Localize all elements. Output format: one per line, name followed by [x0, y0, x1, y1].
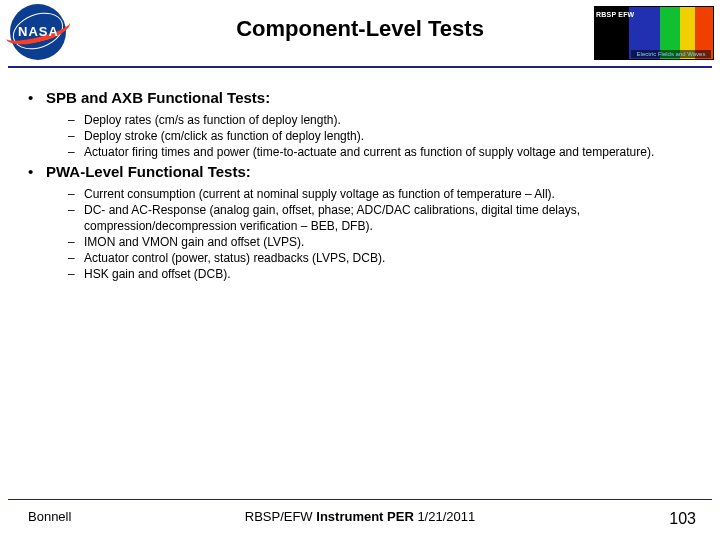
- list-item: –Current consumption (current at nominal…: [68, 186, 700, 202]
- header-rule: [8, 66, 712, 68]
- list-item-text: Actuator firing times and power (time-to…: [84, 144, 700, 160]
- footer-center-suffix: 1/21/2011: [414, 509, 475, 524]
- list-item-text: Deploy stroke (cm/click as function of d…: [84, 128, 700, 144]
- nasa-meatball-icon: NASA: [6, 4, 72, 60]
- footer-center-bold: Instrument PER: [316, 509, 414, 524]
- mission-caption: Electric Fields and Waves: [631, 50, 711, 58]
- dash-icon: –: [68, 266, 84, 282]
- list-item-text: IMON and VMON gain and offset (LVPS).: [84, 234, 700, 250]
- section-heading: • PWA-Level Functional Tests:: [28, 162, 700, 182]
- dash-icon: –: [68, 112, 84, 128]
- footer-center-prefix: RBSP/EFW: [245, 509, 317, 524]
- section-heading-text: SPB and AXB Functional Tests:: [46, 88, 700, 108]
- footer-rule: [8, 499, 712, 500]
- nasa-logo: NASA: [6, 4, 76, 60]
- dash-icon: –: [68, 144, 84, 160]
- list-item: –Actuator firing times and power (time-t…: [68, 144, 700, 160]
- mission-logo: RBSP EFW Electric Fields and Waves: [594, 6, 714, 60]
- list-item: –DC- and AC-Response (analog gain, offse…: [68, 202, 700, 234]
- list-item: –Actuator control (power, status) readba…: [68, 250, 700, 266]
- dash-icon: –: [68, 128, 84, 144]
- footer-center: RBSP/EFW Instrument PER 1/21/2011: [0, 509, 720, 524]
- dash-icon: –: [68, 202, 84, 234]
- list-item: –HSK gain and offset (DCB).: [68, 266, 700, 282]
- bullet-dot-icon: •: [28, 162, 46, 182]
- slide: NASA Component-Level Tests RBSP EFW Elec…: [0, 0, 720, 540]
- section-items: –Current consumption (current at nominal…: [68, 186, 700, 282]
- section-heading-text: PWA-Level Functional Tests:: [46, 162, 700, 182]
- body: • SPB and AXB Functional Tests: –Deploy …: [28, 88, 700, 284]
- dash-icon: –: [68, 186, 84, 202]
- list-item-text: Current consumption (current at nominal …: [84, 186, 700, 202]
- section-items: –Deploy rates (cm/s as function of deplo…: [68, 112, 700, 160]
- section-heading: • SPB and AXB Functional Tests:: [28, 88, 700, 108]
- page-number: 103: [669, 510, 696, 528]
- header: NASA Component-Level Tests RBSP EFW Elec…: [0, 0, 720, 68]
- dash-icon: –: [68, 250, 84, 266]
- list-item-text: HSK gain and offset (DCB).: [84, 266, 700, 282]
- list-item-text: Deploy rates (cm/s as function of deploy…: [84, 112, 700, 128]
- list-item: –IMON and VMON gain and offset (LVPS).: [68, 234, 700, 250]
- dash-icon: –: [68, 234, 84, 250]
- list-item-text: DC- and AC-Response (analog gain, offset…: [84, 202, 700, 234]
- list-item-text: Actuator control (power, status) readbac…: [84, 250, 700, 266]
- list-item: –Deploy stroke (cm/click as function of …: [68, 128, 700, 144]
- list-item: –Deploy rates (cm/s as function of deplo…: [68, 112, 700, 128]
- bullet-dot-icon: •: [28, 88, 46, 108]
- mission-acronym: RBSP EFW: [596, 11, 634, 19]
